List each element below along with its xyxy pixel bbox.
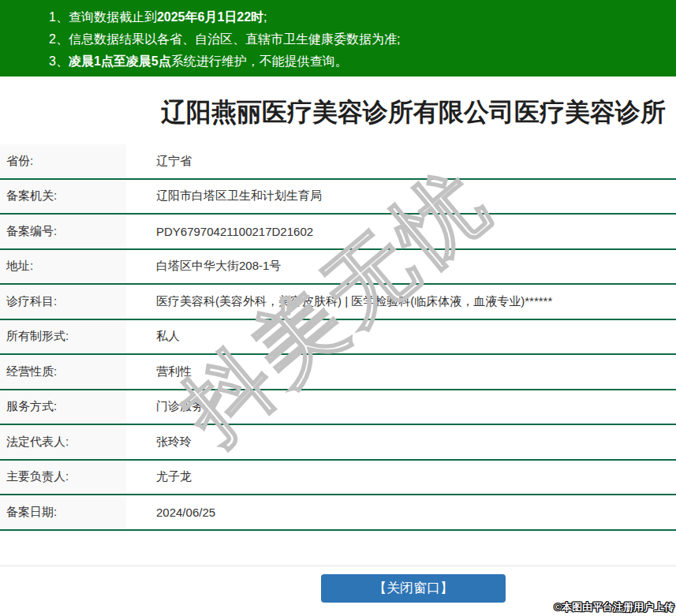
notice-line-2: 2、信息数据结果以各省、自治区、直辖市卫生健康委数据为准;: [49, 28, 676, 50]
page-title: 辽阳燕丽医疗美容诊所有限公司医疗美容诊所: [0, 77, 676, 144]
notice-line-3-bold: 凌晨1点至凌晨5点: [69, 54, 171, 68]
field-value: 2024/06/25: [126, 495, 676, 529]
notice-line-3: 3、凌晨1点至凌晨5点系统进行维护，不能提供查询。: [49, 50, 676, 73]
notice-line-3-text: 3、: [49, 54, 69, 68]
field-value: 医疗美容科(美容外科，美容皮肤科) | 医学检验科(临床体液，血液专业)****…: [126, 285, 676, 319]
field-value: 白塔区中华大街208-1号: [126, 250, 676, 284]
table-row: 经营性质: 营利性: [0, 355, 676, 390]
notice-line-1-suffix: ;: [263, 10, 267, 24]
field-label: 地址:: [0, 250, 126, 284]
page-container: 1、查询数据截止到2025年6月1日22时; 2、信息数据结果以各省、自治区、直…: [0, 0, 676, 603]
field-label: 法定代表人:: [0, 425, 126, 459]
notice-line-1: 1、查询数据截止到2025年6月1日22时;: [49, 6, 676, 28]
corner-watermark: ©本图由平台注册用户上传: [554, 600, 674, 614]
field-value: 私人: [126, 320, 676, 354]
field-label: 省份:: [0, 144, 126, 178]
field-label: 主要负责人:: [0, 461, 126, 495]
notice-line-2-text: 2、信息数据结果以各省、自治区、直辖市卫生健康委数据为准;: [49, 32, 400, 46]
field-label: 经营性质:: [0, 355, 126, 389]
table-row: 服务方式: 门诊服务: [0, 390, 676, 426]
field-label: 所有制形式:: [0, 320, 126, 354]
field-label: 诊疗科目:: [0, 285, 126, 319]
table-row: 所有制形式: 私人: [0, 320, 676, 356]
field-label: 备案日期:: [0, 495, 126, 529]
table-row: 省份: 辽宁省: [0, 144, 676, 180]
table-row: 地址: 白塔区中华大街208-1号: [0, 250, 676, 286]
footer-divider: [0, 566, 676, 566]
field-value: PDY67970421100217D21602: [126, 215, 676, 248]
field-label: 备案编号:: [0, 215, 126, 248]
field-label: 备案机关:: [0, 180, 126, 214]
notice-line-1-bold: 2025年6月1日22时: [157, 10, 263, 24]
field-value: 张玲玲: [126, 425, 676, 459]
field-label: 服务方式:: [0, 390, 126, 424]
field-value: 辽宁省: [126, 144, 676, 178]
table-row: 备案编号: PDY67970421100217D21602: [0, 215, 676, 250]
notice-line-3-suffix: 系统进行维护，不能提供查询。: [171, 54, 348, 68]
table-row: 诊疗科目: 医疗美容科(美容外科，美容皮肤科) | 医学检验科(临床体液，血液专…: [0, 285, 676, 320]
record-table: 省份: 辽宁省 备案机关: 辽阳市白塔区卫生和计划生育局 备案编号: PDY67…: [0, 144, 676, 531]
notice-bar: 1、查询数据截止到2025年6月1日22时; 2、信息数据结果以各省、自治区、直…: [0, 0, 676, 77]
table-row: 备案日期: 2024/06/25: [0, 495, 676, 531]
field-value: 营利性: [126, 355, 676, 389]
notice-line-1-text: 1、查询数据截止到: [49, 10, 157, 24]
table-row: 主要负责人: 尤子龙: [0, 461, 676, 496]
table-row: 法定代表人: 张玲玲: [0, 425, 676, 461]
field-value: 辽阳市白塔区卫生和计划生育局: [126, 180, 676, 214]
field-value: 门诊服务: [126, 390, 676, 424]
field-value: 尤子龙: [126, 461, 676, 495]
table-row: 备案机关: 辽阳市白塔区卫生和计划生育局: [0, 180, 676, 215]
close-window-button[interactable]: 【关闭窗口】: [321, 574, 506, 603]
